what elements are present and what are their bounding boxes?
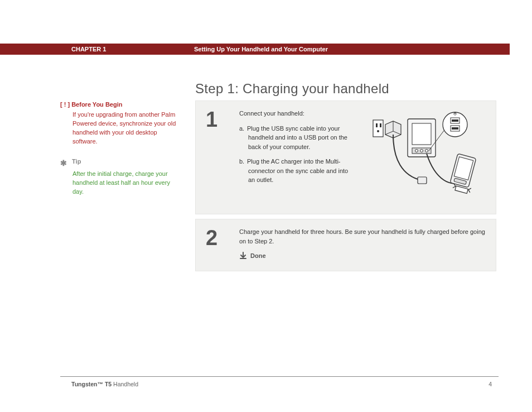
- before-you-begin-note: [ ! ] Before You Begin If you're upgradi…: [60, 100, 177, 146]
- sidebar: [ ! ] Before You Begin If you're upgradi…: [60, 100, 177, 208]
- alert-marker: [ ! ]: [60, 101, 70, 108]
- before-you-begin-title: Before You Begin: [71, 101, 122, 108]
- footer-product-rest: Handheld: [112, 381, 138, 387]
- svg-rect-2: [380, 123, 381, 127]
- footer-product: Tungsten™ T5 Handheld: [71, 381, 138, 387]
- steps-container: 1 Connect your handheld: a.Plug the USB …: [195, 100, 496, 276]
- header-bar: CHAPTER 1 Setting Up Your Handheld and Y…: [0, 44, 532, 55]
- svg-rect-15: [452, 127, 458, 130]
- section-label: Setting Up Your Handheld and Your Comput…: [194, 46, 328, 52]
- step-1-b-text: Plug the AC charger into the Multi-conne…: [247, 158, 348, 183]
- svg-point-11: [443, 112, 467, 137]
- page-title: Step 1: Charging your handheld: [195, 81, 389, 97]
- step-1-lead: Connect your handheld:: [239, 109, 352, 118]
- list-label-b: b.: [239, 157, 247, 166]
- footer-rule: [60, 376, 499, 377]
- tip-note: ✱ Tip After the initial charge, charge y…: [60, 157, 177, 197]
- svg-rect-1: [376, 123, 378, 127]
- footer: Tungsten™ T5 Handheld 4: [71, 381, 492, 387]
- svg-rect-5: [412, 123, 431, 145]
- step-1-a-text: Plug the USB sync cable into your handhe…: [247, 125, 347, 150]
- done-row: Done: [239, 251, 486, 261]
- svg-point-8: [420, 150, 423, 152]
- step-1-item-a: a.Plug the USB sync cable into your hand…: [239, 124, 351, 152]
- step-2-number: 2: [206, 227, 223, 261]
- connection-illustration: [369, 109, 486, 204]
- step-2-body: Charge your handheld for three hours. Be…: [239, 227, 486, 246]
- svg-point-9: [425, 150, 428, 152]
- header-spacer-left: [0, 44, 60, 55]
- svg-point-7: [415, 150, 418, 152]
- step-1-box: 1 Connect your handheld: a.Plug the USB …: [195, 100, 496, 214]
- svg-rect-0: [373, 120, 383, 137]
- footer-product-bold: Tungsten™ T5: [71, 381, 112, 387]
- before-you-begin-body: If you're upgrading from another Palm Po…: [72, 111, 177, 146]
- chapter-label: CHAPTER 1: [71, 46, 194, 52]
- list-label-a: a.: [239, 124, 247, 133]
- tip-body: After the initial charge, charge your ha…: [72, 170, 177, 197]
- step-1-list: a.Plug the USB sync cable into your hand…: [239, 124, 352, 185]
- step-2-box: 2 Charge your handheld for three hours. …: [195, 219, 496, 271]
- footer-page-number: 4: [489, 381, 492, 387]
- header-main: CHAPTER 1 Setting Up Your Handheld and Y…: [60, 44, 510, 55]
- step-1-content: Connect your handheld: a.Plug the USB sy…: [239, 109, 352, 204]
- step-2-content: Charge your handheld for three hours. Be…: [239, 227, 486, 261]
- tip-asterisk-icon: ✱: [60, 157, 70, 169]
- step-1-number: 1: [206, 109, 223, 204]
- step-1-item-b: b.Plug the AC charger into the Multi-con…: [239, 157, 351, 185]
- header-spacer-right: [510, 44, 532, 55]
- svg-point-3: [377, 130, 379, 132]
- done-arrow-icon: [239, 252, 247, 260]
- done-label: Done: [250, 251, 266, 261]
- tip-title: Tip: [72, 158, 81, 165]
- svg-rect-13: [452, 119, 458, 122]
- svg-rect-20: [418, 177, 427, 184]
